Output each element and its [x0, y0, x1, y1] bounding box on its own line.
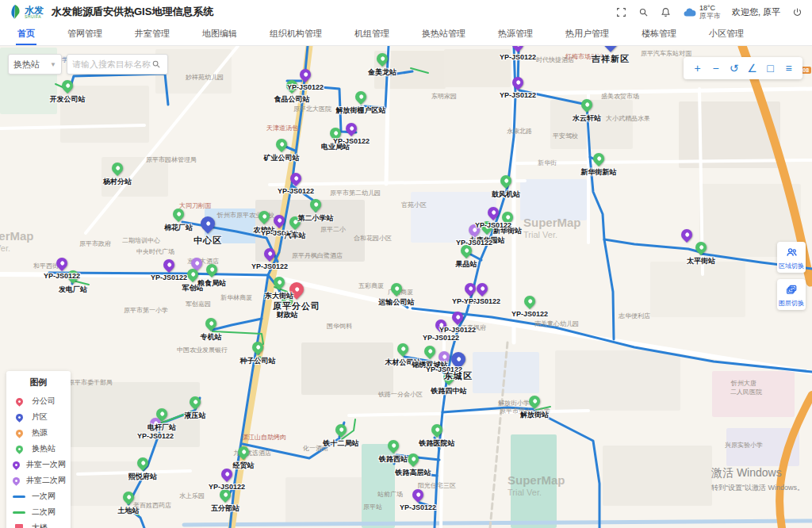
weather-city: 原平市: [699, 12, 721, 20]
map-poi-label: 天津道汤包: [266, 124, 298, 132]
map-poi-label: 原平丹枫白鹭酒店: [292, 251, 343, 260]
tab-热用户管理[interactable]: 热用户管理: [564, 23, 611, 45]
marker-label: 五分部站: [211, 503, 239, 514]
marker-label: 运输公司站: [379, 297, 415, 308]
marker-label: 土地站: [118, 506, 140, 516]
users-icon: [786, 247, 798, 260]
tab-机组管理[interactable]: 机组管理: [353, 23, 391, 45]
side-tool-label: 图层切换: [779, 299, 804, 308]
tab-楼栋管理[interactable]: 楼栋管理: [640, 23, 678, 45]
marker-label: 水云轩站: [573, 113, 601, 124]
marker-label: YP-JS0122: [500, 53, 536, 61]
map-poi-label: 原平汽车东站对面: [641, 49, 691, 58]
marker-label: 中心区: [193, 235, 222, 247]
legend-item-一次网: 一次网: [13, 488, 64, 504]
map-poi-label: 原平北大医院: [293, 105, 331, 113]
measure-area-button[interactable]: □: [761, 59, 779, 78]
main-nav: 首页管网管理井室管理地图编辑组织机构管理机组管理换热站管理热源管理热用户管理楼栋…: [0, 24, 812, 46]
legend-item-井室二次网: 井室二次网: [13, 473, 64, 488]
zoom-in-button[interactable]: +: [688, 59, 707, 78]
fullscreen-icon[interactable]: [616, 6, 627, 17]
activation-line1: 激活 Windows: [711, 466, 804, 480]
layer-list-button[interactable]: ≡: [779, 59, 798, 78]
marker-label: 吉祥新区: [592, 53, 630, 65]
marker-label: 果品站: [456, 259, 477, 270]
marker-label: YP-JS0122: [209, 483, 245, 491]
marker-label: 食品公司站: [274, 94, 310, 105]
marker-label: YP-JS0122: [475, 221, 511, 229]
app-header: 水发 SHUIFA 水发能源盾安供热GIS地理信息系统 18°C 原平市: [0, 0, 812, 24]
legend-symbol: [13, 524, 25, 528]
map-poi-label: 忻州大唐: [731, 379, 756, 388]
search-icon[interactable]: [638, 6, 649, 17]
tab-换热站管理[interactable]: 换热站管理: [420, 23, 467, 45]
legend-label: 热源: [32, 427, 48, 438]
logout-icon[interactable]: [791, 6, 802, 17]
tab-热源管理[interactable]: 热源管理: [496, 23, 534, 45]
marker-label: 液压站: [185, 411, 206, 421]
map-poi-label: 原平站: [363, 503, 382, 511]
legend-title: 图例: [13, 377, 64, 388]
marker-label: 熙悦府站: [128, 472, 157, 482]
side-tool-图层切换[interactable]: 图层切换: [777, 279, 806, 310]
map-canvas[interactable]: 原平市实验中学妙祥苑幼儿园东明家园时代快捷酒店红梅市场对过原平汽车东站对面盛美农…: [0, 46, 812, 528]
app-title: 水发能源盾安供热GIS地理信息系统: [52, 5, 213, 19]
marker-label: 种子公司站: [240, 356, 276, 366]
legend-symbol: [13, 398, 25, 405]
legend-label: 井室二次网: [26, 475, 66, 486]
marker-label: 财政站: [277, 310, 298, 320]
map-poi-label: 盛美农贸市场: [601, 92, 639, 101]
logo-leaf-icon: [10, 4, 21, 20]
windows-activation-note: 激活 Windows 转到“设置”以激活 Windows。: [711, 466, 804, 493]
map-poi-label: 新华街: [538, 159, 557, 167]
marker-label: 铁路西站: [379, 454, 408, 465]
map-poi-label: 志华便利店: [619, 312, 650, 320]
bell-icon[interactable]: [661, 6, 672, 17]
zoom-out-button[interactable]: −: [707, 59, 725, 78]
marker-label: 解放街棚户区站: [336, 105, 386, 116]
marker-label: 开发公司站: [50, 94, 86, 105]
legend-item-片区: 片区: [13, 409, 64, 425]
map-poi-label: 中国农业发展银行: [177, 346, 228, 354]
side-tool-区域切换[interactable]: 区域切换: [777, 242, 806, 273]
marker-label: YP-JS0122: [251, 262, 288, 270]
map-poi-label: 官苑小区: [401, 201, 427, 209]
measure-distance-button[interactable]: ∠: [743, 59, 761, 78]
map-poi-label: 新华林商厦: [220, 293, 252, 302]
tab-井室管理[interactable]: 井室管理: [133, 23, 171, 45]
marker-label: 汽车站: [285, 231, 306, 241]
reset-view-button[interactable]: ↺: [725, 59, 743, 78]
map-poi-label: 平安驾校: [553, 132, 578, 140]
marker-label: 鼓风机站: [492, 189, 520, 200]
marker-label: 发电厂站: [59, 285, 87, 295]
marker-label: YP-JS0122: [511, 310, 548, 318]
marker-label: YP-JS0122: [287, 83, 324, 91]
legend-label: 井室一次网: [26, 459, 66, 470]
map-poi-label: 原平市第一小学: [124, 306, 168, 315]
tab-小区管理[interactable]: 小区管理: [707, 23, 745, 45]
search-category-select[interactable]: 换热站 ▼: [8, 54, 62, 75]
legend-item-分公司: 分公司: [13, 393, 64, 409]
marker-label: 新华街新站: [581, 167, 617, 178]
marker-label: YP-JS0122: [278, 187, 314, 195]
tab-管网管理[interactable]: 管网管理: [66, 23, 104, 45]
tab-地图编辑[interactable]: 地图编辑: [201, 23, 239, 45]
welcome-text: 欢迎您, 原平: [732, 6, 780, 18]
legend-item-换热站: 换热站: [13, 441, 64, 457]
marker-label: YP-JS0122: [400, 503, 436, 511]
tab-组织机构管理[interactable]: 组织机构管理: [268, 23, 324, 45]
magnifier-icon[interactable]: [151, 59, 161, 69]
tab-首页[interactable]: 首页: [16, 23, 36, 45]
legend-symbol: [13, 461, 20, 469]
marker-label: 棉花厂站: [164, 223, 193, 233]
legend-symbol: [13, 477, 20, 484]
map-poi-label: 原平市政府: [79, 239, 111, 248]
marker-label: YP-JS0122: [44, 272, 80, 280]
search-input[interactable]: [72, 59, 151, 69]
map-poi-label: 站前广场: [377, 490, 403, 499]
map-poi-label: 原平市园林管理局: [146, 155, 197, 164]
map-poi-label: 潇江山自助烤肉: [242, 433, 286, 442]
marker-label: YP-JS0122: [333, 137, 370, 145]
map-poi-label: 合和花园小区: [354, 234, 392, 243]
legend-label: 二次网: [32, 507, 56, 518]
